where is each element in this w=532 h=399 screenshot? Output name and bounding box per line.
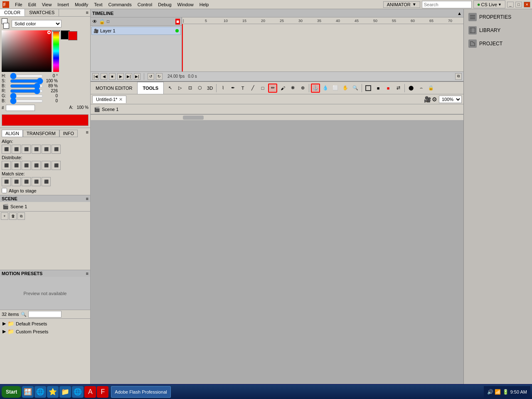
fill-color-swatch[interactable] xyxy=(3,23,9,29)
h-scrollbar[interactable] xyxy=(91,114,463,120)
text-tool[interactable]: T xyxy=(238,84,247,93)
mp-search-input[interactable] xyxy=(28,311,62,318)
loop2-btn[interactable]: ↻ xyxy=(156,73,163,80)
tab-swatches[interactable]: SWATCHES xyxy=(25,9,59,16)
align-top-btn[interactable]: ⬛ xyxy=(32,145,41,154)
gradient-tool[interactable]: ⬡ xyxy=(195,84,204,93)
mp-custom-presets[interactable]: ▶ 📁 Custom Presets xyxy=(1,328,89,335)
add-scene-btn[interactable]: + xyxy=(1,212,8,220)
align-right-btn[interactable]: ⬛ xyxy=(22,145,31,154)
cs-live-button[interactable]: ● CS Live ▼ xyxy=(473,0,505,8)
minimize-button[interactable]: _ xyxy=(507,2,514,7)
dist-center-h-btn[interactable]: ⬛ xyxy=(42,161,51,170)
align-center-v-btn[interactable]: ⬛ xyxy=(12,145,21,154)
h-slider[interactable] xyxy=(10,74,43,78)
eye-icon[interactable]: 👁 xyxy=(92,19,97,25)
wireframe-icon[interactable]: □ xyxy=(107,19,109,24)
dist-left-btn[interactable]: ⬛ xyxy=(2,161,11,170)
match-both-btn[interactable]: ⬛ xyxy=(22,177,31,186)
go-end-btn[interactable]: ▶| xyxy=(134,73,140,80)
h-scroll-thumb[interactable] xyxy=(183,116,204,120)
align-panel-menu[interactable]: ≡ xyxy=(86,130,89,137)
3d-tool[interactable]: 3D xyxy=(205,84,214,93)
menu-window[interactable]: Window xyxy=(175,1,196,8)
align-center-h-btn[interactable]: ⬛ xyxy=(42,145,51,154)
bone-tool[interactable]: ⊕ xyxy=(298,84,307,93)
taskbar-icon-ie[interactable]: 🌐 xyxy=(34,386,46,398)
stage-icon2[interactable]: ⚙ xyxy=(432,96,437,103)
menu-control[interactable]: Control xyxy=(135,1,155,8)
menu-view[interactable]: View xyxy=(39,1,54,8)
menu-file[interactable]: File xyxy=(12,1,25,8)
taskbar-icon-windows[interactable]: 🪟 xyxy=(22,386,34,398)
g-slider[interactable] xyxy=(10,94,43,98)
subselect-tool[interactable]: ▷ xyxy=(175,84,185,93)
taskbar-app-button[interactable]: Adobe Flash Professional xyxy=(111,386,170,398)
taskbar-icon-folder[interactable]: 📁 xyxy=(59,386,71,398)
motion-editor-tab[interactable]: MOTION EDITOR xyxy=(91,82,138,94)
select-tool[interactable]: ↖ xyxy=(165,84,175,93)
eyedropper-tool[interactable]: 💧 xyxy=(321,84,330,93)
menu-edit[interactable]: Edit xyxy=(26,1,39,8)
align-left-btn[interactable]: ⬛ xyxy=(2,145,11,154)
dist-bottom-btn[interactable]: ⬛ xyxy=(52,161,61,170)
mp-default-presets[interactable]: ▶ 📁 Default Presets xyxy=(1,320,89,328)
hue-strip[interactable] xyxy=(53,30,59,72)
smooth-tool[interactable]: ⌢ xyxy=(416,84,426,93)
tab-align[interactable]: ALIGN xyxy=(2,130,23,137)
menu-commands[interactable]: Commands xyxy=(106,1,134,8)
anchor-tool[interactable]: ⚓ xyxy=(311,84,320,93)
start-button[interactable]: Start xyxy=(2,386,21,398)
match-width-btn[interactable]: ⬛ xyxy=(2,177,11,186)
tools-tab[interactable]: TOOLS xyxy=(138,82,164,94)
tab-transform[interactable]: TRANSFORM xyxy=(23,130,59,137)
search-input[interactable] xyxy=(422,1,472,8)
hand-tool[interactable]: ✋ xyxy=(341,84,350,93)
stop-btn[interactable]: ■ xyxy=(109,73,116,80)
zoom-select[interactable]: 100% 25% 50% 75% 100% 150% 200% xyxy=(439,96,462,103)
menu-insert[interactable]: Insert xyxy=(55,1,71,8)
animator-label[interactable]: ANIMATOR ▼ xyxy=(383,1,420,8)
go-start-btn[interactable]: |◀ xyxy=(92,73,99,80)
motion-presets-menu[interactable]: ≡ xyxy=(86,271,89,276)
rect-tool[interactable]: □ xyxy=(258,84,267,93)
menu-text[interactable]: Text xyxy=(91,1,105,8)
breadcrumb-scene[interactable]: Scene 1 xyxy=(102,107,118,112)
taskbar-icon-pdf[interactable]: A xyxy=(84,386,96,398)
close-button[interactable]: ✕ xyxy=(524,2,530,7)
hex-input[interactable]: E20000 xyxy=(6,105,35,111)
delete-scene-btn[interactable]: 🗑 xyxy=(9,212,17,220)
doc-tab[interactable]: Untitled-1* ✕ xyxy=(92,96,126,103)
tab-library[interactable]: LIBRARY xyxy=(465,24,531,37)
prev-frame-btn[interactable]: ◀ xyxy=(101,73,107,80)
lock-tool[interactable]: 🔒 xyxy=(426,84,436,93)
space-h-btn[interactable]: ⬛ xyxy=(32,177,41,186)
r-slider[interactable] xyxy=(10,89,43,93)
space-v-btn[interactable]: ⬛ xyxy=(42,177,51,186)
taskbar-icon-flash[interactable]: F xyxy=(97,386,108,398)
s-slider[interactable] xyxy=(10,79,43,83)
color-panel-menu[interactable]: ≡ xyxy=(84,9,90,16)
match-height-btn[interactable]: ⬛ xyxy=(12,177,21,186)
tab-project[interactable]: PROJECT xyxy=(465,37,531,50)
menu-debug[interactable]: Debug xyxy=(155,1,174,8)
align-bottom-btn[interactable]: ⬛ xyxy=(52,145,61,154)
timeline-collapse[interactable]: ▲ xyxy=(457,11,462,16)
pencil-tool[interactable]: ✏ xyxy=(268,84,277,93)
background-color[interactable] xyxy=(68,31,77,40)
scene-panel-menu[interactable]: ≡ xyxy=(86,196,89,201)
next-frame-btn[interactable]: ▶| xyxy=(126,73,132,80)
menu-modify[interactable]: Modify xyxy=(72,1,91,8)
maximize-button[interactable]: □ xyxy=(515,2,522,7)
tab-color[interactable]: COLOR xyxy=(0,9,25,16)
duplicate-scene-btn[interactable]: ⧉ xyxy=(17,212,25,220)
lock-icon-tl[interactable]: 🔒 xyxy=(99,19,105,25)
stroke-tool[interactable] xyxy=(364,84,373,93)
timeline-frames[interactable] xyxy=(182,24,463,71)
b2-slider[interactable] xyxy=(10,99,43,103)
fill-red-tool[interactable]: ■ xyxy=(384,84,393,93)
tab-properties[interactable]: PROPERTIES xyxy=(465,11,531,23)
color-type-select[interactable]: Solid color xyxy=(12,20,62,27)
fill-black-tool[interactable]: ■ xyxy=(374,84,383,93)
scene-item[interactable]: 🎬 Scene 1 xyxy=(1,203,89,210)
